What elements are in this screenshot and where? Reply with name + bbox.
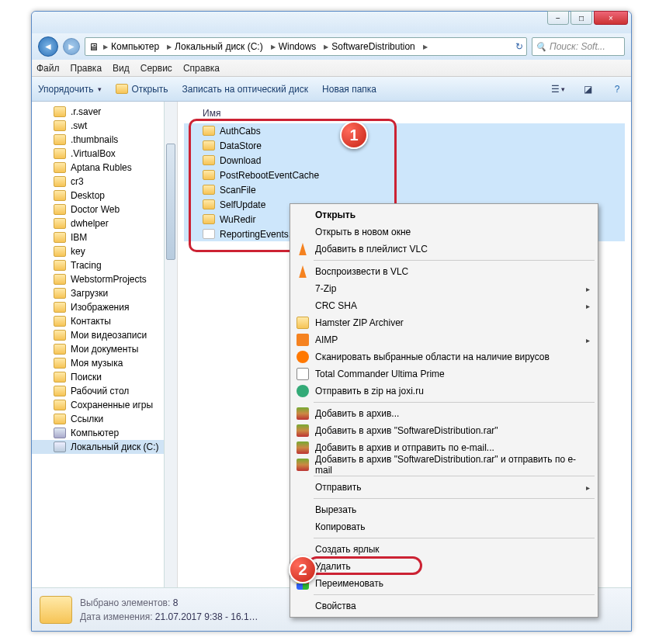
tree-item[interactable]: Desktop (32, 189, 177, 203)
tree-item[interactable]: dwhelper (32, 216, 177, 230)
tree-item-label: Моя музыка (71, 358, 123, 369)
tree-item-label: Мои документы (71, 344, 138, 355)
context-menu-item[interactable]: Свойства (292, 597, 596, 615)
view-mode-button[interactable]: ☰ (550, 81, 566, 97)
address-bar[interactable]: ▶Компьютер ▶Локальный диск (C:) ▶Windows… (85, 37, 527, 56)
file-row[interactable]: Download (184, 153, 625, 168)
tree-item-label: Tracing (71, 260, 102, 271)
crumb[interactable]: Компьютер (111, 41, 159, 52)
folder-icon (203, 214, 215, 224)
file-row[interactable]: AuthCabs (184, 123, 625, 138)
search-input[interactable]: 🔍 Поиск: Soft... (532, 37, 625, 56)
context-menu-item[interactable]: AIMP (292, 331, 596, 348)
tree-item[interactable]: Tracing (32, 258, 177, 272)
menu-edit[interactable]: Правка (71, 63, 102, 74)
tree-item[interactable]: Контакты (32, 314, 177, 328)
back-button[interactable]: ◄ (38, 36, 58, 57)
context-menu-item[interactable]: Открыть в новом окне (292, 223, 596, 241)
file-row[interactable]: ScanFile (184, 182, 625, 197)
tree-item-label: dwhelper (71, 218, 109, 229)
menu-tools[interactable]: Сервис (140, 63, 172, 74)
column-header-name[interactable]: Имя (184, 106, 625, 123)
tree-item[interactable]: Doctor Web (32, 203, 177, 216)
tree-item[interactable]: .swt (32, 119, 177, 133)
refresh-icon[interactable]: ↻ (515, 41, 523, 52)
status-date: 21.07.2017 9:38 - 16.1… (155, 611, 258, 622)
maximize-button[interactable]: □ (570, 11, 592, 25)
new-folder-button[interactable]: Новая папка (322, 84, 376, 95)
context-menu-item[interactable]: Total Commander Ultima Prime (292, 365, 596, 383)
context-menu-item[interactable]: Hamster ZIP Archiver (292, 314, 596, 331)
menu-separator (314, 476, 595, 476)
tree-item[interactable]: Загрузки (32, 286, 177, 300)
context-menu-item[interactable]: Вырезать (292, 501, 596, 518)
tree-item[interactable]: Поиски (32, 370, 177, 384)
tree-item[interactable]: IBM (32, 230, 177, 244)
preview-pane-button[interactable]: ◪ (580, 81, 595, 97)
file-row[interactable]: DataStore (184, 138, 625, 153)
burn-button[interactable]: Записать на оптический диск (182, 84, 309, 95)
context-menu-label: Вырезать (315, 504, 356, 515)
crumb[interactable]: SoftwareDistribution (331, 41, 414, 52)
tree-item-label: Рабочий стол (71, 386, 129, 396)
tree-item[interactable]: Ссылки (32, 412, 177, 426)
tree-item[interactable]: Моя музыка (32, 356, 177, 370)
tree-item[interactable]: Aptana Rubles (32, 161, 177, 175)
context-menu-item[interactable]: Сканировать выбранные области на наличие… (292, 348, 596, 365)
search-icon: 🔍 (536, 42, 546, 52)
context-menu-label: Удалить (315, 561, 351, 572)
menu-view[interactable]: Вид (113, 63, 130, 74)
folder-icon (54, 274, 66, 285)
file-name: PostRebootEventCache (220, 170, 319, 181)
tree-item[interactable]: .VirtualBox (32, 147, 177, 161)
crumb[interactable]: Windows (279, 41, 317, 52)
tree-item[interactable]: Мои документы (32, 342, 177, 356)
folder-icon (54, 288, 66, 299)
navigation-tree[interactable]: .r.saver.swt.thumbnails.VirtualBoxAptana… (32, 102, 178, 587)
tree-scrollbar[interactable] (164, 102, 177, 587)
tree-item[interactable]: Рабочий стол (32, 384, 177, 398)
crumb[interactable]: Локальный диск (C:) (175, 41, 263, 52)
tree-item[interactable]: .r.saver (32, 105, 177, 119)
tree-item[interactable]: cr3 (32, 175, 177, 189)
context-menu-item[interactable]: Добавить в архив "SoftwareDistribution.r… (292, 422, 596, 439)
minimize-button[interactable]: − (547, 11, 569, 25)
tree-item[interactable]: key (32, 244, 177, 258)
context-menu-item[interactable]: Создать ярлык (292, 541, 596, 558)
menu-file[interactable]: Файл (36, 63, 60, 74)
tree-item[interactable]: Компьютер (32, 426, 177, 440)
menu-help[interactable]: Справка (183, 63, 220, 74)
context-menu-item[interactable]: Добавить в архив... (292, 405, 596, 422)
tree-item[interactable]: Локальный диск (C:) (32, 440, 177, 454)
status-label: Дата изменения: (80, 611, 153, 622)
tree-item[interactable]: WebstormProjects (32, 272, 177, 286)
close-button[interactable]: × (594, 11, 628, 25)
context-menu-item[interactable]: Отправить (292, 479, 596, 496)
context-menu-item[interactable]: Удалить (292, 558, 596, 575)
context-menu-item[interactable]: 7-Zip (292, 280, 596, 297)
context-menu-item[interactable]: Отправить в zip на joxi.ru (292, 383, 596, 400)
organize-button[interactable]: Упорядочить (38, 84, 102, 95)
tree-item[interactable]: Сохраненные игры (32, 398, 177, 412)
open-button[interactable]: Открыть (116, 84, 168, 95)
context-menu-item[interactable]: Воспроизвести в VLC (292, 263, 596, 280)
file-row[interactable]: PostRebootEventCache (184, 168, 625, 182)
context-menu-item[interactable]: CRC SHA (292, 297, 596, 314)
context-menu-label: 7-Zip (315, 283, 336, 294)
forward-button[interactable]: ► (63, 38, 80, 55)
scrollbar-thumb[interactable] (166, 144, 175, 260)
context-menu-item[interactable]: Добавить в архив "SoftwareDistribution.r… (292, 456, 596, 473)
context-menu-label: CRC SHA (315, 300, 357, 311)
context-menu-item[interactable]: Переименовать (292, 575, 596, 592)
help-icon[interactable]: ? (609, 81, 625, 97)
context-menu-item[interactable]: Добавить в плейлист VLC (292, 241, 596, 258)
tree-item[interactable]: .thumbnails (32, 133, 177, 147)
annotation-callout-1: 1 (340, 121, 368, 149)
tree-item[interactable]: Мои видеозаписи (32, 328, 177, 342)
context-menu-item[interactable]: Копировать (292, 518, 596, 535)
context-menu-item[interactable]: Открыть (292, 206, 596, 223)
folder-icon (54, 120, 66, 131)
navigation-row: ◄ ► ▶Компьютер ▶Локальный диск (C:) ▶Win… (32, 33, 631, 60)
rar-icon (297, 441, 309, 454)
tree-item[interactable]: Изображения (32, 300, 177, 314)
